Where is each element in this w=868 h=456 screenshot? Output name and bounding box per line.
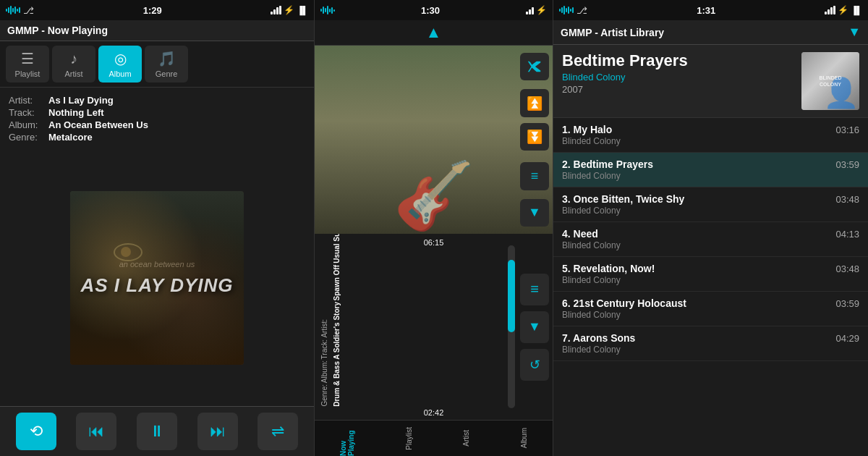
track-artist: Blinded Colony (562, 171, 859, 181)
waveform-icon-mid (320, 5, 335, 15)
middle-panel: ▲ ⏫ ⏬ ≡ (315, 20, 553, 456)
track-list-item[interactable]: 6. 21st Century Holocaust 03:59 Blinded … (553, 292, 868, 326)
mid-down-btn[interactable]: ▼ (520, 311, 549, 343)
album-year: 2007 (562, 84, 793, 95)
status-bar-middle: 1:30 ⚡ (315, 0, 553, 20)
track-artist: Blinded Colony (562, 310, 859, 320)
track-duration: 04:29 (835, 333, 859, 344)
left-panel: GMMP - Now Playing ☰ Playlist ♪ Artist ◎… (0, 20, 315, 456)
tab-genre[interactable]: 🎵 Genre (145, 46, 188, 83)
playback-controls: ⟲ ⏮ ⏸ ⏭ ⇌ (0, 406, 314, 456)
signal-bars-mid (526, 6, 534, 14)
album-info: Bedtime Prayers Blinded Colony 2007 (562, 52, 793, 95)
track-name: 5. Revelation, Now! (562, 263, 655, 274)
track-duration: 03:59 (835, 159, 859, 170)
mid-time: 1:30 (421, 5, 440, 16)
battery-right: ▐▌ (851, 6, 862, 14)
track-duration: 03:16 (835, 124, 859, 135)
battery-icon-mid: ⚡ (536, 5, 547, 15)
track-list-item[interactable]: 5. Revelation, Now! 03:48 Blinded Colony (553, 257, 868, 292)
mid-skip-button[interactable]: ⏬ (520, 123, 549, 151)
pause-button[interactable]: ⏸ (137, 413, 177, 450)
tab-artist[interactable]: ♪ Artist (52, 46, 95, 83)
track-list-item[interactable]: 4. Need 04:13 Blinded Colony (553, 222, 868, 257)
album-tab-mid[interactable]: Album (520, 428, 528, 448)
middle-bottom-tabs: Now Playing Playlist Artist Album (315, 420, 553, 456)
track-artist: Blinded Colony (562, 275, 859, 285)
album-art: an ocean between us AS I LAY DYING (70, 191, 244, 365)
repeat-button[interactable]: ⟲ (16, 413, 56, 450)
next-button[interactable]: ⏭ (197, 413, 238, 450)
track-list-item[interactable]: 1. My Halo 03:16 Blinded Colony (553, 118, 868, 153)
track-artist: Blinded Colony (562, 136, 859, 146)
tab-album[interactable]: ◎ Album (98, 46, 142, 83)
signal-bars (271, 6, 281, 14)
mid-equalizer-button[interactable]: ≡ (520, 162, 549, 190)
track-name: 7. Aarons Sons (562, 332, 635, 344)
battery-text: ▐▌ (297, 6, 308, 14)
mid-shuffle-button[interactable] (520, 53, 549, 80)
shuffle-button[interactable]: ⇌ (258, 413, 298, 450)
scrollbar-track[interactable] (508, 245, 515, 408)
status-bar-left: ⎇ 1:29 ⚡ ▐▌ (0, 0, 315, 20)
right-panel: GMMP - Artist Library ▼ Bedtime Prayers … (553, 20, 868, 456)
track-name: 1. My Halo (562, 124, 612, 135)
right-controls: ≡ ▼ ↺ (516, 234, 553, 420)
middle-controls: ⏫ ⏬ ≡ ▼ (516, 46, 553, 234)
usb-icon-right: ⎇ (576, 5, 587, 16)
mid-eq-btn[interactable]: ≡ (520, 274, 549, 305)
scroll-up-button[interactable]: ▲ (315, 20, 553, 46)
track-info: Artist: As I Lay Dying Track: Nothing Le… (0, 88, 314, 150)
genre-icon: 🎵 (158, 50, 176, 67)
status-bar-right: ⎇ 1:31 ⚡ ▐▌ (553, 0, 868, 20)
track-list-item[interactable]: 7. Aarons Sons 04:29 Blinded Colony (553, 326, 868, 361)
track-name: 3. Once Bitten, Twice Shy (562, 193, 684, 205)
track-list-item[interactable]: 2. Bedtime Prayers 03:59 Blinded Colony (553, 153, 868, 187)
middle-album-art: ⏫ ⏬ ≡ ▼ 🎸 (315, 46, 553, 234)
album-art-container: an ocean between us AS I LAY DYING (0, 150, 314, 406)
mid-loop-btn[interactable]: ↺ (520, 349, 549, 381)
artist-tab-mid[interactable]: Artist (462, 430, 470, 447)
album-subtitle: an ocean between us (119, 260, 195, 269)
usb-icon: ⎇ (23, 5, 34, 16)
now-playing-tab[interactable]: Now Playing (339, 421, 355, 456)
track-duration: 03:48 (835, 263, 859, 274)
middle-scroll-area: 06:15 ≡ ▼ ↺ Artist: Track: Album: (315, 234, 553, 420)
track-list: 1. My Halo 03:16 Blinded Colony 2. Bedti… (553, 118, 868, 456)
album-icon: ◎ (114, 50, 127, 67)
dropdown-arrow-icon[interactable]: ▼ (848, 25, 861, 40)
playlist-tab[interactable]: Playlist (405, 427, 413, 450)
track-name: 2. Bedtime Prayers (562, 159, 653, 170)
right-panel-title: GMMP - Artist Library (561, 27, 664, 38)
track-name: 6. 21st Century Holocaust (562, 297, 686, 309)
track-duration: 03:59 (835, 298, 859, 309)
tab-playlist[interactable]: ☰ Playlist (6, 46, 49, 83)
battery-icon-right: ⚡ (838, 5, 848, 15)
waveform-icon (6, 5, 20, 15)
left-tabs: ☰ Playlist ♪ Artist ◎ Album 🎵 Genre (0, 41, 314, 88)
track-duration: 03:48 (835, 194, 859, 205)
right-panel-header: GMMP - Artist Library ▼ (553, 20, 868, 45)
waveform-icon-right (559, 5, 574, 15)
album-header: Bedtime Prayers Blinded Colony 2007 BLIN… (553, 45, 868, 118)
track-list-item[interactable]: 3. Once Bitten, Twice Shy 03:48 Blinded … (553, 187, 868, 222)
album-thumbnail: BLINDEDCOLONY 👤 (801, 52, 859, 110)
prev-button[interactable]: ⏮ (76, 413, 116, 450)
track-duration: 04:13 (835, 229, 859, 240)
time-remaining: 02:42 (315, 404, 553, 420)
mid-prev-button[interactable]: ▼ (520, 199, 549, 227)
playlist-icon: ☰ (21, 50, 34, 67)
signal-bars-right (825, 6, 835, 14)
left-panel-title: GMMP - Now Playing (0, 20, 314, 41)
track-artist: Blinded Colony (562, 345, 859, 355)
left-time: 1:29 (143, 5, 162, 16)
scrollbar-thumb[interactable] (508, 260, 515, 332)
track-name: 4. Need (562, 228, 598, 240)
mid-skip-top-button[interactable]: ⏫ (520, 89, 549, 117)
right-time: 1:31 (697, 5, 715, 16)
track-artist: Blinded Colony (562, 240, 859, 250)
album-artist: Blinded Colony (562, 72, 793, 83)
album-title: Bedtime Prayers (562, 52, 793, 69)
artist-icon: ♪ (70, 51, 77, 67)
album-art-text: AS I LAY DYING (81, 274, 234, 297)
